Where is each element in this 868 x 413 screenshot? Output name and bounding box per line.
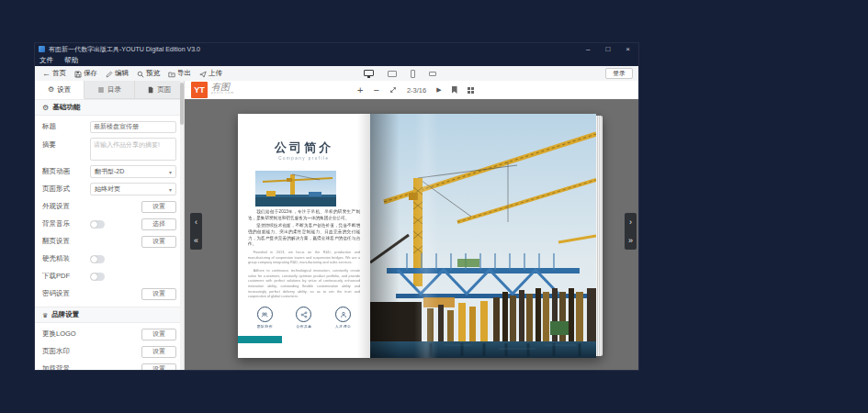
feature-item: 合作共赢 (296, 307, 311, 329)
preview-toolbar: YT 有图 youtu.com + − 2-3/16 ▶ (185, 81, 638, 100)
crane-thumbnail-image (255, 171, 336, 206)
next-page-nav[interactable]: › » (625, 213, 637, 250)
brand-domain: youtu.com (211, 92, 234, 95)
main-area: ⚙设置目录页面 ⚙基础功能标题摘要翻页动画翻书型-2D▾页面形式始终对页▾外观设… (35, 81, 638, 370)
feature-label: 团队协作 (257, 324, 273, 329)
zoom-in-button[interactable]: + (357, 85, 363, 95)
app-window: 有图新一代数字出版工具-YOUTU Digital Edition V3.0 –… (35, 43, 638, 370)
first-page-icon[interactable]: « (194, 237, 198, 245)
row-label: 页面水印 (42, 347, 90, 356)
page-subtitle: Company profile (238, 156, 370, 161)
settings-row: 标题 (35, 120, 184, 133)
toolbar-保存-button[interactable]: 保存 (74, 69, 97, 78)
fullscreen-icon[interactable] (389, 86, 397, 94)
menu-item-1[interactable]: 帮助 (64, 56, 78, 65)
tab-设置[interactable]: ⚙设置 (35, 81, 85, 99)
section-title: 品牌设置 (51, 310, 79, 319)
login-button[interactable]: 登录 (605, 68, 633, 79)
row-action-button[interactable]: 设置 (141, 288, 176, 300)
row-action-button[interactable]: 选择 (141, 218, 176, 230)
toolbar-导出-button[interactable]: 导出 (168, 69, 191, 78)
menu-bar: 文件帮助 (35, 55, 638, 66)
flipbook-canvas: 公司简介 Company profile (185, 99, 638, 370)
row-label: 更换LOGO (42, 329, 90, 339)
edit-icon (106, 69, 113, 77)
row-label: 加载背景 (42, 364, 90, 370)
settings-row: 加载背景设置 (35, 363, 184, 370)
row-action-button[interactable]: 设置 (141, 363, 176, 371)
autoplay-icon[interactable]: ▶ (436, 86, 441, 94)
construction-photo (370, 114, 596, 358)
zoom-out-button[interactable]: − (373, 85, 378, 95)
last-page-icon[interactable]: » (628, 237, 633, 245)
settings-row: 背景音乐选择 (35, 218, 184, 230)
toolbar-编辑-button[interactable]: 编辑 (106, 69, 129, 78)
gear-icon: ⚙ (42, 104, 49, 112)
summary-textarea[interactable] (90, 138, 176, 161)
row-action-button[interactable]: 设置 (141, 236, 176, 248)
yt-logo: YT (191, 82, 208, 98)
maximize-button[interactable]: □ (605, 43, 610, 55)
settings-panel: ⚙基础功能标题摘要翻页动画翻书型-2D▾页面形式始终对页▾外观设置设置背景音乐选… (35, 99, 184, 370)
row-action-button[interactable]: 设置 (141, 201, 176, 213)
row-label: 翻页设置 (42, 237, 90, 246)
row-control: 设置 (90, 236, 176, 248)
section-header: ♛品牌设置 (35, 307, 184, 323)
menu-item-0[interactable]: 文件 (39, 56, 53, 65)
book-spread: 公司简介 Company profile (238, 114, 596, 358)
main-toolbar: ←首页保存编辑预览导出上传 登录 (35, 66, 638, 82)
window-title: 有图新一代数字出版工具-YOUTU Digital Edition V3.0 (49, 45, 200, 54)
tab-目录[interactable]: 目录 (85, 81, 134, 99)
back-icon: ← (42, 70, 51, 78)
row-control (90, 273, 176, 281)
chevron-down-icon: ▾ (169, 186, 172, 193)
row-action-button[interactable]: 设置 (141, 329, 176, 340)
paragraph-en: Founded in 2013, we focus on the R&D, pr… (248, 251, 360, 266)
row-control: 始终对页▾ (90, 183, 176, 195)
dropdown-select[interactable]: 翻书型-2D▾ (90, 165, 176, 178)
row-label: 背景音乐 (42, 219, 90, 229)
scrollbar-thumb[interactable] (180, 83, 184, 125)
chevron-left-icon[interactable]: ‹ (195, 218, 197, 227)
minimize-button[interactable]: – (586, 43, 590, 55)
toolbar-上传-button[interactable]: 上传 (199, 69, 222, 78)
prev-page-nav[interactable]: ‹ « (190, 213, 202, 250)
toolbar-首页-button[interactable]: ←首页 (42, 69, 66, 78)
toolbar-label: 导出 (177, 69, 191, 78)
left-page[interactable]: 公司简介 Company profile (238, 114, 370, 358)
desktop-background: 有图新一代数字出版工具-YOUTU Digital Edition V3.0 –… (0, 0, 868, 413)
tab-label: 设置 (57, 85, 71, 95)
toolbar-label: 预览 (146, 69, 160, 78)
tab-页面[interactable]: 页面 (135, 81, 184, 99)
row-action-button[interactable]: 设置 (141, 346, 176, 358)
thumbnails-grid-icon[interactable] (468, 87, 474, 94)
row-control: 设置 (90, 288, 176, 300)
row-label: 硬壳精装 (42, 254, 90, 263)
team-icon (257, 307, 273, 322)
bookmark-icon[interactable] (452, 86, 457, 94)
settings-row: 翻页设置设置 (35, 235, 184, 248)
row-label: 密码设置 (42, 289, 90, 298)
feature-icons-row: 团队协作合作共赢人才理念 (245, 307, 363, 329)
right-page[interactable] (370, 114, 596, 358)
sidebar-scrollbar[interactable] (180, 81, 184, 370)
feature-item: 团队协作 (257, 307, 273, 329)
toolbar-预览-button[interactable]: 预览 (137, 69, 160, 78)
mini-icon[interactable] (429, 72, 436, 76)
toggle-switch[interactable] (90, 273, 105, 281)
text-input[interactable] (90, 121, 176, 133)
row-control (90, 121, 176, 133)
feature-label: 合作共赢 (296, 324, 311, 329)
desktop-icon[interactable] (364, 70, 374, 76)
toolbar-label: 编辑 (115, 69, 129, 78)
close-button[interactable]: × (626, 43, 630, 55)
chevron-right-icon[interactable]: › (629, 218, 632, 227)
phone-icon[interactable] (411, 70, 415, 78)
toggle-switch[interactable] (90, 220, 105, 229)
toggle-switch[interactable] (90, 255, 105, 263)
save-icon (74, 69, 82, 77)
row-control: 设置 (90, 346, 176, 358)
tablet-icon[interactable] (388, 71, 397, 77)
list-icon (97, 85, 105, 94)
dropdown-select[interactable]: 始终对页▾ (90, 183, 176, 195)
